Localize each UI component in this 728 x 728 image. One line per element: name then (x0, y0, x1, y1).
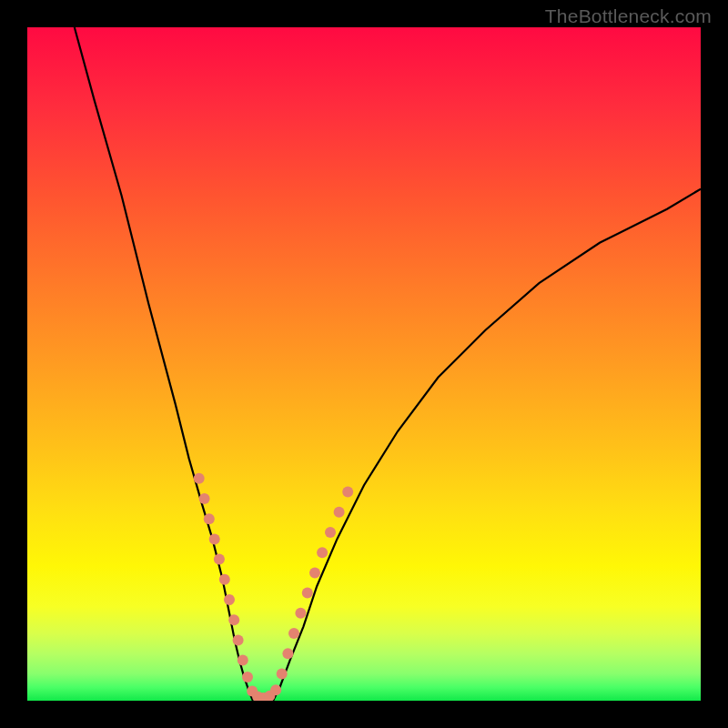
data-point (224, 594, 235, 605)
data-point (302, 588, 313, 599)
data-point (317, 547, 328, 558)
data-point (342, 487, 353, 498)
data-points (194, 473, 354, 701)
data-point (309, 567, 320, 578)
data-point (233, 634, 244, 645)
data-point (295, 608, 306, 619)
data-point (277, 668, 288, 679)
chart-frame: TheBottleneck.com (0, 0, 728, 728)
data-point (228, 614, 239, 625)
data-point (194, 473, 205, 484)
data-point (238, 655, 248, 666)
data-point (242, 672, 253, 682)
chart-svg (27, 27, 701, 701)
watermark-text: TheBottleneck.com (545, 5, 712, 27)
data-point (288, 628, 299, 639)
right-curve (273, 189, 701, 701)
data-point (214, 554, 225, 565)
data-point (199, 493, 210, 504)
data-point (209, 533, 220, 544)
data-point (325, 527, 336, 538)
data-point (219, 574, 230, 585)
plot-area (27, 27, 701, 701)
data-point (282, 648, 293, 659)
data-point (270, 684, 281, 695)
data-point (334, 507, 345, 518)
data-point (204, 513, 215, 524)
